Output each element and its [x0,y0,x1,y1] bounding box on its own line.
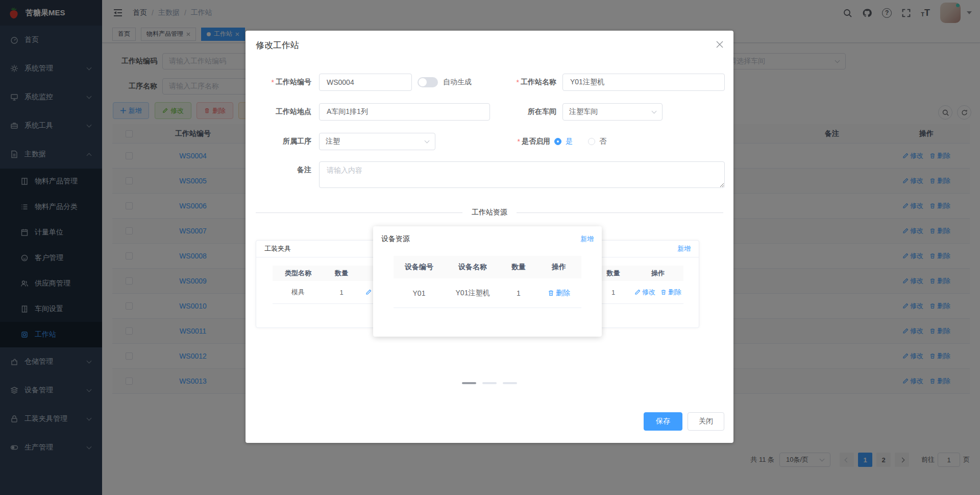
carousel-indicator-3[interactable] [503,382,517,384]
carousel-indicator-2[interactable] [482,382,497,384]
chevron-down-icon [652,109,657,114]
workshop-field-label: 所在车间 [464,103,556,121]
station-name-field[interactable] [562,74,725,91]
chevron-down-icon [425,138,430,144]
radio-checked-icon [554,138,561,145]
enable-field-label: 是否启用 [464,133,550,150]
station-location-field-label: 工作站地点 [246,103,311,121]
close-button[interactable]: 关闭 [688,412,724,431]
trash-icon [660,289,667,295]
device-table-header: 设备编号 设备名称 数量 操作 [394,256,581,278]
enable-yes-radio[interactable]: 是 [554,133,573,150]
device-card-add-link[interactable]: 新增 [580,234,594,244]
carousel-indicator-1[interactable] [462,382,476,384]
side-delete-link[interactable]: 删除 [660,288,681,297]
device-card-title: 设备资源 [381,234,410,244]
device-table-row: Y01 Y01注塑机 1 删除 [394,278,581,308]
station-name-field-label: 工作站名称 [464,74,556,91]
workshop-field-select[interactable]: 注塑车间 [562,103,663,121]
side-card-add-link[interactable]: 新增 [677,244,691,253]
side-edit-link[interactable]: 修改 [634,288,655,297]
carousel-indicators [246,382,733,384]
station-code-field[interactable] [319,74,412,91]
auto-generate-switch[interactable] [418,77,438,87]
device-resource-card: 设备资源 新增 设备编号 设备名称 数量 操作 Y01 Y01注塑机 1 删除 [373,226,602,337]
process-field-label: 所属工序 [246,133,311,150]
pencil-icon [365,289,372,295]
screen: 苦糖果MES 首页 系统管理 系统监控 系统工具 主数据 [0,0,980,495]
remark-field[interactable] [319,161,725,188]
device-delete-link[interactable]: 删除 [548,289,570,298]
radio-unchecked-icon [588,138,595,145]
remark-field-label: 备注 [246,161,311,179]
pencil-icon [634,289,641,295]
station-code-field-label: 工作站编号 [246,74,311,91]
dialog-title: 修改工作站 [256,39,299,51]
switch-knob [419,78,427,86]
process-field-select[interactable]: 注塑 [319,133,435,150]
edit-workstation-dialog: 修改工作站 工作站编号 自动生成 工作站名称 工作站地点 所在车间 注塑车间 所… [246,31,733,443]
save-button[interactable]: 保存 [644,412,682,431]
fixture-card-title: 工装夹具 [264,244,291,253]
enable-no-radio[interactable]: 否 [588,133,606,150]
section-title: 工作站资源 [462,208,517,217]
trash-icon [548,290,554,296]
dialog-close-icon[interactable] [716,41,723,48]
